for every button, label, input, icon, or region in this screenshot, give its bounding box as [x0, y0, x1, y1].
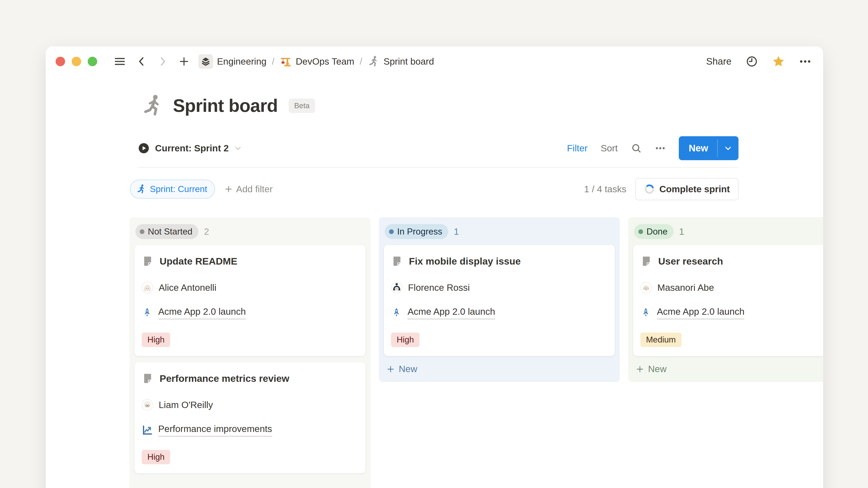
new-page-icon[interactable] [179, 56, 189, 67]
avatar [142, 282, 153, 293]
priority-tag: High [142, 450, 170, 464]
status-dot [638, 229, 643, 234]
relation-link[interactable]: Acme App 2.0 launch [158, 306, 246, 320]
plus-icon [636, 365, 644, 373]
column-header[interactable]: Not Started 2 [129, 217, 370, 245]
new-dropdown-chevron-icon[interactable] [718, 136, 739, 160]
priority-tag: High [391, 332, 420, 347]
window-topbar: Engineering / DevOps Team / Sprint board… [46, 46, 823, 76]
rocket-icon [640, 307, 651, 318]
relation-link[interactable]: Performance improvements [158, 424, 272, 437]
page-icon [142, 372, 153, 384]
column-header[interactable]: Done 1 [628, 217, 823, 245]
breadcrumb-item-sprint-board[interactable]: Sprint board [368, 56, 434, 67]
sidebar-menu-icon[interactable] [114, 56, 126, 67]
add-filter-button[interactable]: Add filter [224, 184, 273, 195]
assignee-name: Florence Rossi [408, 283, 470, 293]
breadcrumb-separator: / [359, 56, 363, 67]
add-card-label: New [648, 364, 666, 375]
rocket-icon [391, 307, 402, 318]
chart-icon [142, 425, 153, 435]
traffic-lights [56, 57, 97, 66]
workspace-icon-box [198, 54, 213, 69]
new-button-label[interactable]: New [679, 136, 717, 160]
view-options-icon[interactable] [655, 143, 666, 154]
sprint-chip-label: Sprint: Current [150, 184, 207, 194]
relation-link[interactable]: Acme App 2.0 launch [657, 306, 744, 320]
runner-icon [136, 184, 146, 194]
status-pill-not-started[interactable]: Not Started [135, 224, 198, 239]
card-title: Performance metrics review [160, 373, 289, 384]
page-icon [142, 255, 153, 267]
column-count: 1 [679, 226, 684, 237]
runner-page-icon[interactable] [141, 94, 164, 117]
kanban-board: Not Started 2 Update README Alice Antone… [129, 217, 823, 488]
complete-sprint-label: Complete sprint [659, 184, 730, 195]
filter-button[interactable]: Filter [567, 143, 587, 154]
app-window: Engineering / DevOps Team / Sprint board… [46, 46, 823, 488]
column-done: Done 1 User research Masanori Abe [628, 217, 823, 382]
back-icon[interactable] [136, 56, 147, 67]
tasks-progress-label: 1 / 4 tasks [584, 184, 626, 195]
status-label: Done [647, 227, 668, 236]
plus-icon [386, 365, 395, 373]
avatar [640, 282, 652, 293]
add-card-label: New [399, 364, 417, 375]
column-count: 2 [204, 226, 209, 237]
assignee-name: Masanori Abe [657, 283, 714, 293]
add-card-button[interactable]: New [379, 356, 620, 380]
breadcrumb-item-devops-team[interactable]: DevOps Team [280, 56, 354, 67]
priority-tag: Medium [640, 332, 682, 347]
breadcrumb-label: DevOps Team [296, 56, 354, 67]
page-title: Sprint board [173, 95, 278, 116]
card-title: Fix mobile display issue [409, 256, 521, 267]
task-card[interactable]: Performance metrics review Liam O'Reilly… [134, 362, 366, 473]
avatar [391, 282, 402, 293]
beta-badge: Beta [289, 98, 315, 113]
page-icon [640, 255, 652, 267]
breadcrumb-separator: / [272, 56, 275, 67]
minimize-window-button[interactable] [72, 57, 81, 66]
add-filter-label: Add filter [236, 184, 273, 195]
search-icon[interactable] [631, 143, 642, 154]
sprint-filter-chip[interactable]: Sprint: Current [130, 180, 215, 199]
filter-bar: Sprint: Current Add filter 1 / 4 tasks C… [130, 178, 739, 200]
status-label: Not Started [148, 227, 192, 236]
page-title-row: Sprint board Beta [141, 94, 823, 117]
runner-icon [368, 56, 379, 67]
status-dot [140, 229, 145, 234]
column-header[interactable]: In Progress 1 [379, 217, 620, 245]
plus-icon [224, 185, 232, 193]
task-card[interactable]: Update README Alice Antonelli Acme App 2… [134, 245, 366, 356]
close-window-button[interactable] [56, 57, 65, 66]
assignee-name: Liam O'Reilly [159, 400, 213, 410]
column-not-started: Not Started 2 Update README Alice Antone… [129, 217, 370, 488]
zoom-window-button[interactable] [88, 57, 97, 66]
current-view-label: Current: Sprint 2 [155, 143, 229, 154]
sort-button[interactable]: Sort [600, 143, 618, 154]
status-label: In Progress [397, 227, 442, 236]
status-pill-done[interactable]: Done [634, 224, 674, 239]
progress-ring-icon [644, 184, 655, 195]
complete-sprint-button[interactable]: Complete sprint [636, 178, 739, 200]
updates-clock-icon[interactable] [745, 55, 758, 68]
card-title: User research [658, 256, 723, 267]
new-button[interactable]: New [679, 136, 739, 160]
share-button[interactable]: Share [706, 56, 732, 67]
relation-link[interactable]: Acme App 2.0 launch [408, 306, 495, 320]
avatar [142, 399, 153, 411]
task-card[interactable]: User research Masanori Abe Acme App 2.0 … [633, 245, 823, 356]
more-options-icon[interactable] [799, 55, 811, 68]
view-switcher[interactable]: Current: Sprint 2 [138, 142, 242, 154]
assignee-name: Alice Antonelli [159, 283, 216, 293]
breadcrumb: Engineering / DevOps Team / Sprint board [198, 54, 434, 69]
layers-icon [201, 57, 211, 66]
favorite-star-icon[interactable] [772, 55, 785, 68]
status-dot [389, 229, 394, 234]
breadcrumb-item-engineering[interactable]: Engineering [198, 54, 267, 69]
rocket-icon [142, 307, 153, 318]
play-circle-icon [138, 142, 150, 154]
status-pill-in-progress[interactable]: In Progress [385, 224, 448, 239]
add-card-button[interactable]: New [628, 356, 823, 380]
task-card[interactable]: Fix mobile display issue Florence Rossi … [384, 245, 615, 356]
